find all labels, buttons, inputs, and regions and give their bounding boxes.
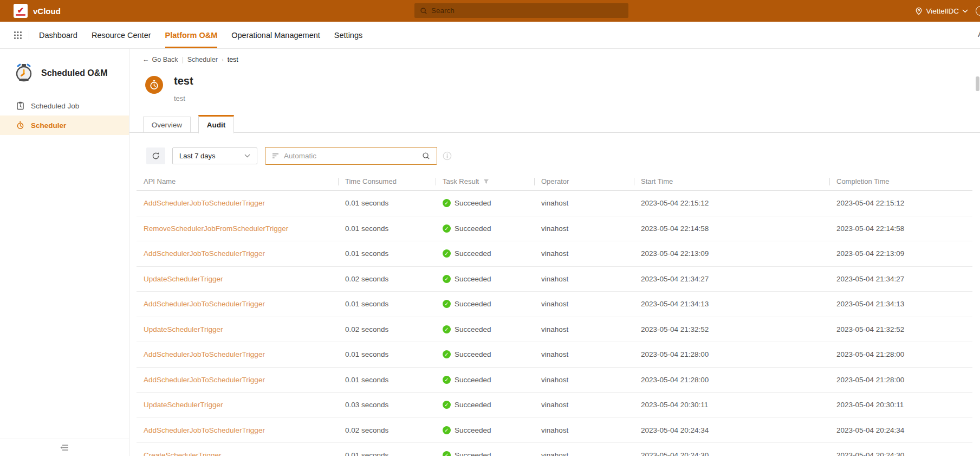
time-range-select[interactable]: Last 7 days xyxy=(172,147,257,164)
sidebar-title: Scheduled O&M xyxy=(41,68,108,78)
nav-item-settings[interactable]: Settings xyxy=(334,22,362,48)
audit-filter-placeholder: Automatic xyxy=(284,152,316,160)
completion-time-cell: 2023-05-04 22:15:12 xyxy=(829,191,972,216)
task-result-cell: ✓Succeeded xyxy=(436,292,534,317)
task-result-label: Succeeded xyxy=(455,350,491,358)
app-grid-icon[interactable] xyxy=(14,31,22,40)
nav-item-platform-o-m[interactable]: Platform O&M xyxy=(165,22,218,48)
operator-cell: vinahost xyxy=(534,418,634,443)
breadcrumb-separator-icon: › xyxy=(222,56,224,63)
api-name-link[interactable]: AddSchedulerJobToSchedulerTrigger xyxy=(137,418,338,443)
chevron-down-icon xyxy=(244,154,250,158)
scheduler-avatar xyxy=(145,76,163,94)
task-result-cell: ✓Succeeded xyxy=(436,267,534,292)
task-result-cell: ✓Succeeded xyxy=(436,418,534,443)
start-time-cell: 2023-05-04 21:28:00 xyxy=(634,368,829,393)
api-name-link[interactable]: AddSchedulerJobToSchedulerTrigger xyxy=(137,368,338,393)
completion-time-cell: 2023-05-04 21:34:27 xyxy=(829,267,972,292)
table-row: UpdateSchedulerTrigger0.03 seconds✓Succe… xyxy=(137,393,972,418)
table-row: AddSchedulerJobToSchedulerTrigger0.01 se… xyxy=(137,368,972,393)
time-range-value: Last 7 days xyxy=(179,152,216,160)
task-result-label: Succeeded xyxy=(455,275,491,283)
filter-funnel-icon[interactable] xyxy=(483,178,489,184)
operator-cell: vinahost xyxy=(534,317,634,342)
task-result-cell: ✓Succeeded xyxy=(436,191,534,216)
nav-item-resource-center[interactable]: Resource Center xyxy=(92,22,151,48)
region-label: ViettelIDC xyxy=(926,7,959,15)
time-consumed-cell: 0.02 seconds xyxy=(338,418,436,443)
task-result-label: Succeeded xyxy=(455,451,491,456)
table-row: AddSchedulerJobToSchedulerTrigger0.01 se… xyxy=(137,342,972,368)
api-name-link[interactable]: CreateSchedulerTrigger xyxy=(137,443,338,456)
audit-table-header: API NameTime ConsumedTask ResultOperator… xyxy=(137,172,972,191)
sidebar-item-scheduled-job[interactable]: Scheduled Job xyxy=(0,96,129,115)
column-header-operator: Operator xyxy=(534,172,634,190)
collapse-sidebar-icon[interactable] xyxy=(60,444,69,451)
column-header-task-result: Task Result xyxy=(436,172,534,190)
topbar: ✔ vCloud Search ViettelIDC xyxy=(0,0,980,22)
audit-table-body: AddSchedulerJobToSchedulerTrigger0.01 se… xyxy=(137,191,972,456)
location-pin-icon xyxy=(915,7,923,15)
api-name-link[interactable]: RemoveSchedulerJobFromSchedulerTrigger xyxy=(137,216,338,241)
go-back-button[interactable]: ← Go Back xyxy=(142,56,178,63)
task-result-label: Succeeded xyxy=(455,401,491,409)
completion-time-cell: 2023-05-04 22:14:58 xyxy=(829,216,972,241)
api-name-link[interactable]: AddSchedulerJobToSchedulerTrigger xyxy=(137,191,338,216)
time-consumed-cell: 0.03 seconds xyxy=(338,393,436,418)
column-header-time-consumed: Time Consumed xyxy=(338,172,436,190)
main-content: ← Go Back | Scheduler › test test test O… xyxy=(129,49,980,456)
column-header-api-name: API Name xyxy=(137,172,338,190)
start-time-cell: 2023-05-04 21:32:52 xyxy=(634,317,829,342)
task-result-label: Succeeded xyxy=(455,426,491,434)
search-icon[interactable] xyxy=(422,152,430,160)
search-icon xyxy=(420,7,427,15)
page-title: test xyxy=(174,75,193,87)
success-check-icon: ✓ xyxy=(443,249,451,258)
page-subtitle: test xyxy=(174,94,185,102)
success-check-icon: ✓ xyxy=(443,426,451,434)
api-name-link[interactable]: UpdateSchedulerTrigger xyxy=(137,317,338,342)
clipped-nav-item: A xyxy=(978,29,980,38)
region-selector[interactable]: ViettelIDC xyxy=(915,0,968,22)
vcloud-logo-icon: ✔ xyxy=(14,4,28,18)
breadcrumb-scheduler-link[interactable]: Scheduler xyxy=(187,56,218,63)
breadcrumb: ← Go Back | Scheduler › test xyxy=(142,56,238,63)
operator-cell: vinahost xyxy=(534,292,634,317)
audit-table: API NameTime ConsumedTask ResultOperator… xyxy=(137,172,972,456)
api-name-link[interactable]: AddSchedulerJobToSchedulerTrigger xyxy=(137,241,338,266)
start-time-cell: 2023-05-04 20:24:30 xyxy=(634,443,829,456)
api-name-link[interactable]: AddSchedulerJobToSchedulerTrigger xyxy=(137,292,338,317)
nav-item-dashboard[interactable]: Dashboard xyxy=(39,22,77,48)
tab-audit[interactable]: Audit xyxy=(198,115,234,133)
completion-time-cell: 2023-05-04 22:13:09 xyxy=(829,241,972,266)
nav-items: DashboardResource CenterPlatform O&MOper… xyxy=(39,22,362,48)
nav-item-operational-management[interactable]: Operational Management xyxy=(231,22,320,48)
task-result-label: Succeeded xyxy=(455,325,491,333)
api-name-link[interactable]: AddSchedulerJobToSchedulerTrigger xyxy=(137,342,338,367)
clipboard-icon xyxy=(16,101,24,110)
success-check-icon: ✓ xyxy=(443,300,451,308)
sidebar-menu: Scheduled JobScheduler xyxy=(0,96,129,135)
refresh-icon xyxy=(152,152,160,160)
info-icon[interactable] xyxy=(443,151,452,160)
tabstrip-divider xyxy=(129,132,980,133)
start-time-cell: 2023-05-04 22:13:09 xyxy=(634,241,829,266)
task-result-label: Succeeded xyxy=(455,224,491,233)
sidebar-item-scheduler[interactable]: Scheduler xyxy=(0,115,129,135)
table-row: AddSchedulerJobToSchedulerTrigger0.02 se… xyxy=(137,418,972,444)
global-search-input[interactable]: Search xyxy=(414,3,628,18)
audit-filter-input[interactable]: Automatic xyxy=(265,147,437,165)
sidebar-item-label: Scheduler xyxy=(31,121,66,130)
table-row: AddSchedulerJobToSchedulerTrigger0.01 se… xyxy=(137,292,972,317)
task-result-cell: ✓Succeeded xyxy=(436,368,534,393)
api-name-link[interactable]: UpdateSchedulerTrigger xyxy=(137,267,338,292)
refresh-button[interactable] xyxy=(146,147,165,164)
vertical-scrollbar-thumb[interactable] xyxy=(976,76,979,91)
start-time-cell: 2023-05-04 22:14:58 xyxy=(634,216,829,241)
api-name-link[interactable]: UpdateSchedulerTrigger xyxy=(137,393,338,418)
brand-name: vCloud xyxy=(33,7,61,16)
time-consumed-cell: 0.01 seconds xyxy=(338,191,436,216)
tab-overview[interactable]: Overview xyxy=(143,117,191,133)
clipped-topbar-icon xyxy=(976,6,980,16)
operator-cell: vinahost xyxy=(534,342,634,367)
